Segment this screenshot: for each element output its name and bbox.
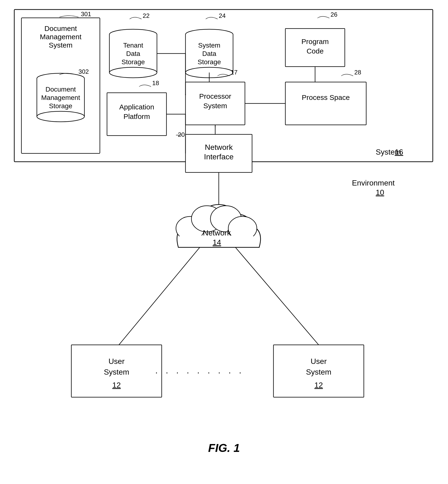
- svg-text:12: 12: [314, 381, 323, 389]
- svg-text:Network: Network: [205, 143, 233, 152]
- svg-text:Environment: Environment: [352, 179, 395, 187]
- svg-text:Application: Application: [119, 103, 154, 111]
- svg-text:14: 14: [213, 238, 221, 247]
- svg-text:17: 17: [231, 69, 238, 76]
- svg-text:System: System: [198, 42, 220, 49]
- svg-text:Platform: Platform: [123, 113, 150, 120]
- svg-text:System: System: [306, 368, 331, 376]
- diagram-svg: 301 Document Management System Document …: [0, 0, 448, 484]
- diagram: 301 Document Management System Document …: [0, 0, 448, 484]
- svg-text:Process Space: Process Space: [302, 93, 350, 101]
- svg-text:Interface: Interface: [204, 153, 234, 161]
- svg-text:Storage: Storage: [49, 102, 72, 110]
- svg-point-10: [37, 111, 84, 122]
- svg-text:Tenant: Tenant: [123, 42, 143, 49]
- svg-text:22: 22: [143, 12, 150, 19]
- svg-text:Processor: Processor: [199, 92, 231, 100]
- svg-text:28: 28: [354, 69, 361, 76]
- svg-text:Storage: Storage: [198, 58, 221, 66]
- svg-text:Network: Network: [203, 229, 231, 237]
- svg-text:301: 301: [81, 10, 91, 18]
- svg-text:24: 24: [219, 12, 226, 19]
- svg-text:12: 12: [112, 381, 121, 389]
- svg-text:Program: Program: [301, 38, 329, 45]
- svg-text:Management: Management: [41, 94, 80, 101]
- svg-text:18: 18: [152, 80, 159, 87]
- svg-line-77: [235, 247, 319, 345]
- svg-text:Code: Code: [306, 47, 324, 55]
- svg-text:10: 10: [376, 188, 384, 197]
- svg-text:Data: Data: [202, 50, 216, 57]
- svg-text:System: System: [49, 41, 72, 49]
- svg-text:Management: Management: [40, 33, 81, 41]
- svg-text:Document: Document: [45, 86, 76, 93]
- svg-text:FIG. 1: FIG. 1: [208, 442, 240, 454]
- svg-text:—: —: [176, 131, 182, 138]
- svg-text:16: 16: [395, 148, 403, 156]
- svg-text:26: 26: [330, 11, 337, 18]
- svg-text:302: 302: [79, 68, 89, 75]
- svg-text:Data: Data: [126, 50, 140, 57]
- svg-text:Document: Document: [44, 24, 77, 32]
- svg-rect-45: [285, 82, 366, 125]
- svg-text:Storage: Storage: [121, 58, 145, 66]
- svg-text:. . . . . . . . .: . . . . . . . . .: [155, 366, 244, 375]
- svg-text:User: User: [311, 357, 327, 366]
- svg-line-76: [119, 247, 200, 345]
- svg-point-19: [109, 67, 157, 78]
- svg-text:System: System: [104, 368, 129, 376]
- svg-text:System: System: [203, 102, 227, 110]
- svg-text:User: User: [108, 357, 125, 366]
